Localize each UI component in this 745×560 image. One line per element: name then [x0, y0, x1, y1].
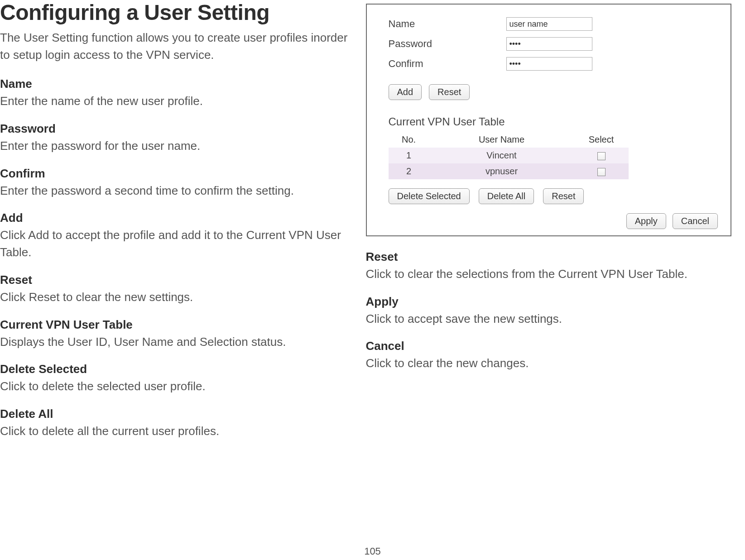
doc-item-label: Delete Selected: [0, 362, 352, 376]
col-select: Select: [574, 132, 629, 148]
cell-select: [574, 148, 629, 163]
doc-item-label: Reset: [0, 273, 352, 287]
add-reset-row: Add Reset: [389, 84, 723, 100]
intro-text: The User Setting function allows you to …: [0, 29, 352, 63]
doc-item-desc: Enter the password a second time to conf…: [0, 182, 352, 200]
reset-button[interactable]: Reset: [429, 84, 470, 100]
col-no: No.: [389, 132, 429, 148]
doc-item-cancel: Cancel Click to clear the new changes.: [366, 339, 732, 372]
table-row: 1 Vincent: [389, 148, 629, 163]
doc-item-reset: Reset Click Reset to clear the new setti…: [0, 273, 352, 306]
password-input[interactable]: [506, 37, 592, 51]
cell-select: [574, 163, 629, 179]
doc-item-current-table: Current VPN User Table Displays the User…: [0, 318, 352, 351]
doc-item-apply: Apply Click to accept save the new setti…: [366, 295, 732, 328]
form-row-name: Name: [389, 17, 723, 31]
form-row-confirm: Confirm: [389, 57, 723, 71]
right-column: Name Password Confirm Add Reset Current …: [366, 0, 732, 440]
cell-user-name: Vincent: [429, 148, 574, 163]
confirm-label: Confirm: [389, 58, 506, 70]
doc-item-name: Name Enter the name of the new user prof…: [0, 77, 352, 110]
doc-item-add: Add Click Add to accept the profile and …: [0, 211, 352, 261]
doc-item-desc: Click Reset to clear the new settings.: [0, 289, 352, 306]
apply-button[interactable]: Apply: [626, 213, 666, 229]
reset-table-button[interactable]: Reset: [543, 188, 584, 204]
apply-cancel-row: Apply Cancel: [389, 213, 723, 229]
delete-selected-button[interactable]: Delete Selected: [389, 188, 470, 204]
doc-item-label: Password: [0, 122, 352, 136]
doc-item-reset-table: Reset Click to clear the selections from…: [366, 250, 732, 283]
page-title: Configuring a User Setting: [0, 0, 352, 25]
doc-item-delete-all: Delete All Click to delete all the curre…: [0, 407, 352, 440]
table-row: 2 vpnuser: [389, 163, 629, 179]
settings-panel: Name Password Confirm Add Reset Current …: [366, 4, 732, 236]
name-label: Name: [389, 18, 506, 30]
doc-item-label: Reset: [366, 250, 732, 264]
doc-item-desc: Enter the password for the user name.: [0, 138, 352, 155]
vpn-user-table: No. User Name Select 1 Vincent 2 vpnuser: [389, 132, 629, 179]
add-button[interactable]: Add: [389, 84, 422, 100]
doc-item-desc: Enter the name of the new user profile.: [0, 93, 352, 110]
doc-item-desc: Click to clear the selections from the C…: [366, 266, 732, 283]
delete-all-button[interactable]: Delete All: [479, 188, 534, 204]
select-checkbox[interactable]: [597, 168, 606, 176]
page-number: 105: [364, 546, 381, 557]
password-label: Password: [389, 38, 506, 50]
doc-item-label: Name: [0, 77, 352, 91]
select-checkbox[interactable]: [597, 152, 606, 160]
left-column: Configuring a User Setting The User Sett…: [0, 0, 366, 440]
table-title: Current VPN User Table: [389, 115, 723, 128]
table-header-row: No. User Name Select: [389, 132, 629, 148]
doc-item-label: Add: [0, 211, 352, 225]
doc-item-delete-selected: Delete Selected Click to delete the sele…: [0, 362, 352, 395]
form-row-password: Password: [389, 37, 723, 51]
col-user-name: User Name: [429, 132, 574, 148]
doc-item-label: Delete All: [0, 407, 352, 421]
cell-no: 2: [389, 163, 429, 179]
name-input[interactable]: [506, 17, 592, 31]
cell-user-name: vpnuser: [429, 163, 574, 179]
doc-item-password: Password Enter the password for the user…: [0, 122, 352, 155]
confirm-input[interactable]: [506, 57, 592, 71]
cell-no: 1: [389, 148, 429, 163]
doc-item-desc: Click to accept save the new settings.: [366, 311, 732, 328]
cancel-button[interactable]: Cancel: [673, 213, 718, 229]
doc-item-label: Apply: [366, 295, 732, 309]
doc-item-desc: Click to delete the selected user profil…: [0, 378, 352, 395]
delete-row: Delete Selected Delete All Reset: [389, 188, 723, 204]
doc-item-label: Current VPN User Table: [0, 318, 352, 332]
doc-item-desc: Click Add to accept the profile and add …: [0, 227, 352, 261]
doc-item-desc: Displays the User ID, User Name and Sele…: [0, 334, 352, 351]
doc-item-desc: Click to clear the new changes.: [366, 355, 732, 372]
doc-item-desc: Click to delete all the current user pro…: [0, 423, 352, 440]
doc-item-label: Cancel: [366, 339, 732, 353]
doc-item-confirm: Confirm Enter the password a second time…: [0, 167, 352, 200]
doc-item-label: Confirm: [0, 167, 352, 181]
right-text-block: Reset Click to clear the selections from…: [366, 250, 732, 372]
